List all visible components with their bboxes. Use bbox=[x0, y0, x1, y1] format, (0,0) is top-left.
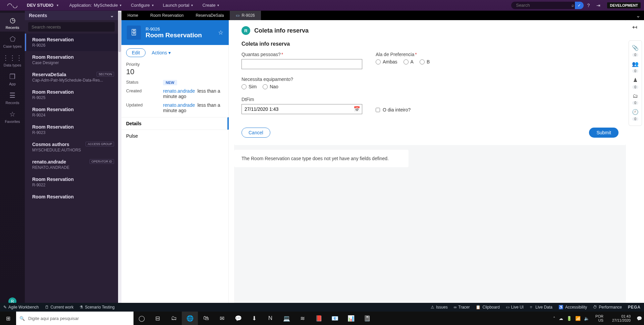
ala-opt-b[interactable]: B bbox=[420, 59, 430, 64]
battery-icon[interactable]: 🔋 bbox=[567, 316, 572, 321]
chrome-icon[interactable]: 🌐 bbox=[182, 312, 198, 325]
dia-inteiro-checkbox[interactable] bbox=[376, 108, 380, 112]
favorite-toggle[interactable]: ☆ bbox=[218, 29, 223, 36]
dev-accessibility[interactable]: ♿ Accessibility bbox=[558, 305, 587, 310]
case-header: 🗄 R-9026 Room Reservation ☆ bbox=[121, 20, 229, 45]
agile-workbench[interactable]: ✎ Agile Workbench bbox=[3, 305, 39, 310]
nav-pulse[interactable]: Pulse bbox=[121, 130, 228, 142]
notifications-icon[interactable]: 💬 bbox=[637, 316, 642, 321]
submit-button[interactable]: Submit bbox=[589, 128, 619, 138]
created-user-link[interactable]: renato.andrade bbox=[163, 88, 195, 94]
menu-launch-portal[interactable]: Launch portal▾ bbox=[158, 3, 198, 8]
menu-configure[interactable]: Configure▾ bbox=[126, 3, 158, 8]
global-search-input[interactable] bbox=[511, 2, 575, 9]
chevron-down-icon[interactable]: ▾ bbox=[57, 3, 58, 7]
recents-scrollbar[interactable] bbox=[118, 11, 121, 312]
environment-badge: DEVELOPMENT bbox=[607, 2, 641, 8]
quantas-pessoas-input[interactable] bbox=[241, 59, 362, 69]
tab-active-case[interactable]: ▭ R-9026 bbox=[230, 11, 261, 20]
outlook-icon[interactable]: 📧 bbox=[327, 312, 343, 325]
rail-favorites[interactable]: ☆Favorites bbox=[0, 107, 25, 126]
history-icon[interactable]: 🕘 bbox=[632, 107, 639, 117]
tab-reservadesala[interactable]: ReservaDeSala bbox=[190, 11, 230, 20]
rail-case-types[interactable]: ⬠Case types bbox=[0, 32, 25, 50]
whatsapp-icon[interactable]: 💬 bbox=[230, 312, 246, 325]
recents-row[interactable]: ReservaDeSalaCap-Adm-Patr-MySchedule-Dat… bbox=[25, 68, 118, 86]
search-submit[interactable]: ✓ bbox=[575, 2, 584, 9]
netflix-icon[interactable]: N bbox=[262, 312, 278, 325]
nav-details[interactable]: Details bbox=[121, 117, 229, 130]
recents-row[interactable]: Room ReservationR-9026 bbox=[25, 34, 118, 51]
dtfim-input[interactable] bbox=[241, 104, 362, 114]
collapse-icon[interactable]: ⌄ bbox=[110, 13, 114, 18]
rail-app[interactable]: ❒App bbox=[0, 69, 25, 88]
scenario-testing[interactable]: ⚗ Scenario Testing bbox=[79, 305, 115, 310]
dev-performance[interactable]: ⏱ Performance bbox=[593, 305, 622, 310]
onedrive-icon[interactable]: ☁ bbox=[559, 316, 563, 321]
tags-icon[interactable]: ♟ bbox=[633, 76, 638, 85]
recents-row[interactable]: Room ReservationR-9023 bbox=[25, 121, 118, 138]
updated-user-link[interactable]: renato.andrade bbox=[163, 102, 195, 108]
developer-toolbar: ✎ Agile Workbench 🗒 Current work ⚗ Scena… bbox=[0, 303, 644, 312]
windows-search[interactable]: 🔍 Digite aqui para pesquisar bbox=[16, 312, 133, 325]
rail-data-types[interactable]: ⋮⋮⋮Data types bbox=[0, 50, 25, 69]
current-work[interactable]: 🗒 Current work bbox=[45, 305, 74, 310]
edit-button[interactable]: Edit bbox=[126, 48, 146, 57]
menu-create[interactable]: Create▾ bbox=[198, 3, 224, 8]
equip-opt-sim[interactable]: Sim bbox=[241, 84, 257, 89]
recents-row[interactable]: Room Reservation bbox=[25, 191, 118, 203]
star-icon: ☆ bbox=[0, 110, 25, 118]
cancel-button[interactable]: Cancel bbox=[241, 128, 270, 138]
followers-icon[interactable]: 👥 bbox=[632, 59, 639, 68]
dev-live-data[interactable]: ᯤ Live Data bbox=[530, 305, 552, 310]
recents-row[interactable]: Room ReservationR-9025 bbox=[25, 86, 118, 103]
excel-icon[interactable]: 📊 bbox=[343, 312, 359, 325]
tab-home[interactable]: Home bbox=[121, 11, 144, 20]
utorrent-icon[interactable]: ⬇ bbox=[246, 312, 262, 325]
volume-icon[interactable]: 🔈 bbox=[584, 316, 589, 321]
ala-opt-ambas[interactable]: Ambas bbox=[376, 59, 397, 64]
actions-menu[interactable]: Actions ▾ bbox=[152, 50, 171, 55]
tab-room-reservation[interactable]: Room Reservation bbox=[144, 11, 190, 20]
back-arrow-icon[interactable]: ↤ bbox=[632, 24, 637, 31]
recents-row[interactable]: Room ReservationCase Designer bbox=[25, 51, 118, 68]
store-icon[interactable]: 🛍 bbox=[198, 312, 214, 325]
tabs-overflow[interactable]: ⌄ bbox=[632, 11, 644, 20]
app-label: Application: bbox=[69, 3, 92, 8]
case-id: R-9026 bbox=[146, 27, 202, 32]
acrobat-icon[interactable]: 📕 bbox=[311, 312, 327, 325]
resources-icon[interactable]: ⇥ bbox=[593, 3, 604, 8]
rail-recents[interactable]: ◷Recents bbox=[0, 13, 25, 32]
language-indicator[interactable]: PORUS bbox=[593, 314, 606, 322]
related-icon[interactable]: 🗂 bbox=[633, 92, 638, 100]
rail-records[interactable]: ☰Records bbox=[0, 88, 25, 107]
tray-chevron-icon[interactable]: ˄ bbox=[553, 316, 555, 321]
terminal-icon[interactable]: 💻 bbox=[278, 312, 294, 325]
recents-row[interactable]: Cosmos authorsMYSCHEDULE:AUTHORSACCESS G… bbox=[25, 138, 118, 156]
calendar-icon[interactable]: 📅 bbox=[354, 106, 360, 112]
ala-opt-a[interactable]: A bbox=[404, 59, 414, 64]
onenote-icon[interactable]: 📓 bbox=[359, 312, 375, 325]
taskbar-app-1[interactable]: ⊟ bbox=[150, 312, 166, 325]
vscode-icon[interactable]: ≋ bbox=[294, 312, 311, 325]
dev-tracer[interactable]: ∞ Tracer bbox=[454, 305, 470, 310]
wifi-icon[interactable]: 📶 bbox=[575, 316, 581, 321]
task-view-icon[interactable]: ◯ bbox=[133, 312, 150, 325]
mail-icon[interactable]: ✉ bbox=[214, 312, 230, 325]
recents-row[interactable]: renato.andradeRENATO.ANDRADEOPERATOR ID bbox=[25, 156, 118, 173]
recents-row[interactable]: Room ReservationR-9024 bbox=[25, 103, 118, 121]
search-icon[interactable]: ⌕ bbox=[572, 3, 574, 8]
start-button[interactable]: ⊞ bbox=[0, 315, 16, 322]
dev-issues[interactable]: ⚠ Issues bbox=[431, 305, 448, 310]
dev-live-ui[interactable]: ▭ Live UI bbox=[506, 305, 524, 310]
attachments-icon[interactable]: 📎 bbox=[632, 43, 639, 52]
file-explorer-icon[interactable]: 🗂 bbox=[166, 312, 182, 325]
dev-clipboard[interactable]: 📋 Clipboard bbox=[476, 305, 499, 310]
field-equipamento: Necessita equipamento? Sim Nao bbox=[241, 77, 362, 89]
app-switcher[interactable]: Application: MySchedule ▾ bbox=[64, 3, 126, 8]
help-icon[interactable]: ? bbox=[584, 3, 593, 8]
recents-row[interactable]: Room ReservationR-9022 bbox=[25, 173, 118, 191]
recents-search-input[interactable] bbox=[28, 22, 115, 32]
equip-opt-nao[interactable]: Nao bbox=[263, 84, 278, 89]
clock[interactable]: 01:4327/11/2020 bbox=[609, 314, 633, 322]
